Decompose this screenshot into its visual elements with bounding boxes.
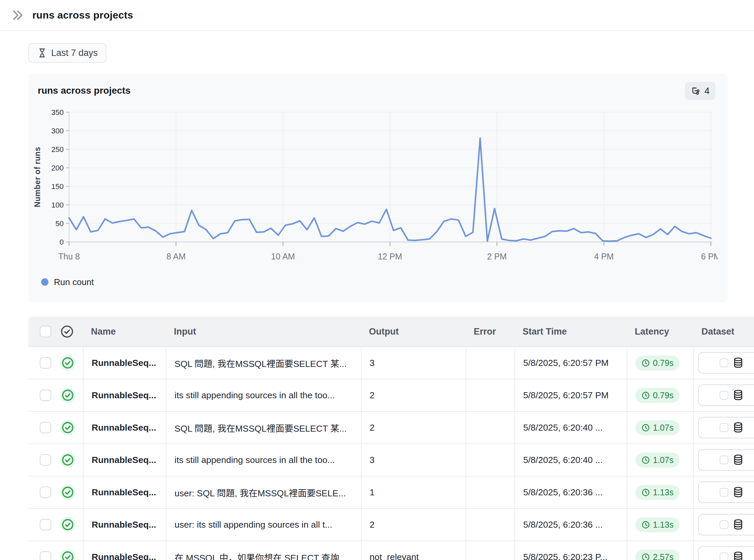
- run-error: [466, 444, 514, 476]
- run-output: 1: [361, 476, 466, 508]
- dataset-checkbox-icon: [720, 553, 728, 560]
- latency-badge: 1.13s: [635, 485, 679, 500]
- run-name-link[interactable]: RunnableSeq...: [91, 422, 156, 433]
- row-checkbox[interactable]: [40, 357, 51, 368]
- table-row: RunnableSeq... 在 MSSQL 中，如果你想在 SELECT 查詢…: [28, 541, 754, 560]
- table-row: RunnableSeq... its still appending sourc…: [28, 379, 754, 412]
- svg-text:100: 100: [51, 201, 64, 209]
- dataset-checkbox-icon: [720, 520, 728, 529]
- run-error: [466, 347, 514, 379]
- clock-icon: [641, 456, 650, 464]
- time-range-filter-button[interactable]: Last 7 days: [28, 43, 106, 63]
- run-count-chart[interactable]: 050100150200250300350Thu 88 AM10 AM12 PM…: [37, 108, 718, 263]
- hourglass-icon: [37, 48, 47, 58]
- latency-value: 0.79s: [653, 358, 673, 368]
- column-header-latency: Latency: [627, 317, 693, 346]
- run-name-link[interactable]: RunnableSeq...: [91, 520, 156, 530]
- add-to-dataset-button[interactable]: [698, 449, 754, 471]
- clock-icon: [641, 391, 650, 400]
- column-header-name: Name: [83, 317, 166, 346]
- run-input: user: SQL 問題, 我在MSSQL裡面要SELE...: [166, 476, 361, 508]
- add-to-dataset-button[interactable]: [698, 352, 754, 374]
- clock-icon: [641, 359, 650, 367]
- clock-icon: [641, 553, 650, 560]
- chart-panel: runs across projects 4 Number of runs 05…: [28, 74, 728, 302]
- add-to-dataset-button[interactable]: [698, 514, 754, 535]
- run-start-time: 5/8/2025, 6:20:57 PM: [514, 379, 627, 411]
- run-start-time: 5/8/2025, 6:20:36 ...: [514, 476, 627, 508]
- column-header-dataset: Dataset: [693, 317, 754, 346]
- success-status-icon: [60, 355, 76, 371]
- database-icon: [732, 422, 744, 433]
- status-filter-icon[interactable]: [60, 324, 74, 339]
- svg-text:250: 250: [51, 145, 64, 154]
- table-row: RunnableSeq... user: SQL 問題, 我在MSSQL裡面要S…: [28, 476, 754, 509]
- database-icon: [732, 486, 744, 498]
- page-title: runs across projects: [32, 9, 133, 21]
- table-row: RunnableSeq... SQL 問題, 我在MSSQL裡面要SELECT …: [28, 412, 754, 444]
- legend-dot: [41, 278, 48, 286]
- run-output: 2: [361, 412, 466, 443]
- toolbar: Last 7 days: [0, 31, 754, 63]
- run-tree-badge[interactable]: 4: [685, 82, 716, 100]
- run-output: 3: [361, 444, 466, 476]
- app-header: runs across projects: [0, 0, 754, 31]
- collapse-sidebar-button[interactable]: [10, 8, 25, 23]
- dataset-checkbox-icon: [720, 391, 728, 400]
- svg-text:200: 200: [51, 164, 64, 172]
- table-body: RunnableSeq... SQL 問題, 我在MSSQL裡面要SELECT …: [28, 347, 754, 560]
- run-start-time: 5/8/2025, 6:20:36 ...: [514, 509, 627, 540]
- svg-text:6 PM: 6 PM: [701, 252, 718, 261]
- row-checkbox[interactable]: [40, 422, 51, 433]
- run-name-link[interactable]: RunnableSeq...: [91, 455, 156, 465]
- svg-text:8 AM: 8 AM: [166, 252, 186, 261]
- row-checkbox[interactable]: [40, 486, 51, 498]
- svg-text:50: 50: [56, 219, 64, 228]
- time-range-filter-label: Last 7 days: [51, 48, 98, 58]
- run-output: 3: [361, 347, 466, 379]
- run-start-time: 5/8/2025, 6:20:40 ...: [514, 444, 627, 476]
- run-start-time: 5/8/2025, 6:20:57 PM: [514, 347, 627, 379]
- row-checkbox[interactable]: [40, 389, 51, 401]
- dataset-checkbox-icon: [720, 359, 728, 367]
- column-header-error: Error: [466, 317, 514, 346]
- latency-badge: 1.07s: [635, 453, 679, 468]
- table-row: RunnableSeq... its still appending sourc…: [28, 444, 754, 476]
- table-header: Name Input Output Error Start Time Laten…: [28, 317, 754, 347]
- row-checkbox[interactable]: [40, 519, 51, 531]
- latency-value: 0.79s: [653, 391, 673, 400]
- select-all-checkbox[interactable]: [40, 326, 51, 337]
- dataset-checkbox-icon: [720, 488, 728, 497]
- run-name-link[interactable]: RunnableSeq...: [91, 552, 156, 560]
- run-error: [466, 379, 514, 411]
- add-to-dataset-button[interactable]: [698, 417, 754, 438]
- chart-legend: Run count: [41, 275, 94, 289]
- latency-value: 1.07s: [653, 455, 673, 465]
- success-status-icon: [60, 420, 76, 435]
- svg-text:300: 300: [51, 127, 64, 135]
- add-to-dataset-button[interactable]: [698, 384, 754, 406]
- add-to-dataset-button[interactable]: [698, 481, 754, 503]
- run-name-link[interactable]: RunnableSeq...: [91, 487, 156, 498]
- row-checkbox[interactable]: [40, 454, 51, 466]
- run-output: not_relevant: [361, 541, 466, 560]
- add-to-dataset-button[interactable]: [698, 546, 754, 560]
- runs-table: Name Input Output Error Start Time Laten…: [28, 317, 754, 560]
- success-status-icon: [60, 484, 76, 500]
- run-input: SQL 問題, 我在MSSQL裡面要SELECT 某...: [166, 412, 361, 443]
- success-status-icon: [60, 517, 76, 532]
- svg-text:4 PM: 4 PM: [594, 252, 613, 261]
- table-row: RunnableSeq... SQL 問題, 我在MSSQL裡面要SELECT …: [28, 347, 754, 379]
- latency-value: 1.13s: [653, 487, 673, 497]
- run-input: user: its still appending sources in all…: [166, 509, 361, 540]
- svg-text:2 PM: 2 PM: [487, 252, 507, 261]
- clock-icon: [641, 488, 650, 497]
- run-name-link[interactable]: RunnableSeq...: [91, 358, 156, 368]
- run-name-link[interactable]: RunnableSeq...: [91, 390, 156, 401]
- svg-text:12 PM: 12 PM: [378, 252, 402, 261]
- dataset-checkbox-icon: [720, 456, 728, 464]
- row-checkbox[interactable]: [40, 551, 51, 560]
- table-row: RunnableSeq... user: its still appending…: [28, 509, 754, 541]
- svg-text:350: 350: [51, 108, 64, 117]
- run-start-time: 5/8/2025, 6:20:40 ...: [514, 412, 627, 443]
